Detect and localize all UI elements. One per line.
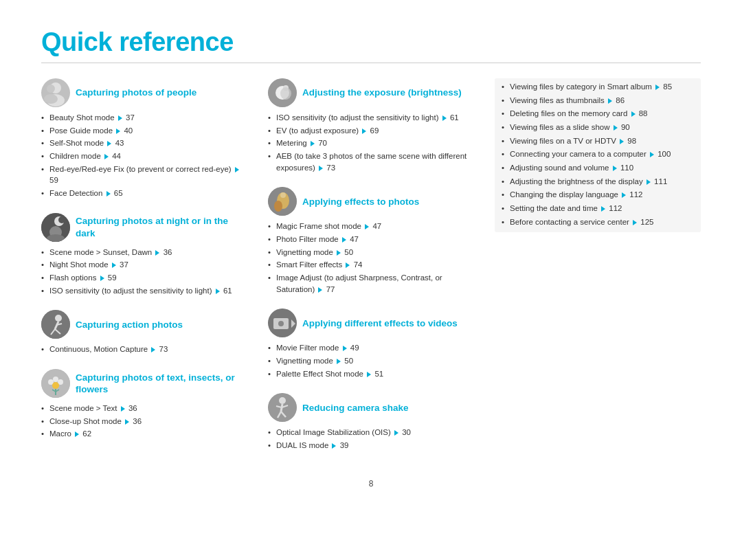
- svg-point-30: [280, 192, 286, 198]
- list-item: ISO sensitivity (to adjust the sensitivi…: [268, 112, 474, 124]
- section-action: Capturing action photos Continuous, Moti…: [41, 310, 247, 357]
- list-item: Optical Image Stabilization (OIS) 30: [268, 427, 474, 438]
- section-effects-list: Magic Frame shot mode 47 Photo Filter mo…: [268, 221, 474, 295]
- list-item: Photo Filter mode 47: [268, 234, 474, 245]
- svg-point-2: [47, 85, 55, 93]
- list-item: Vignetting mode 50: [268, 355, 474, 367]
- svg-point-10: [55, 315, 62, 322]
- arrow-icon: [332, 443, 336, 449]
- section-effects-title: Applying effects to photos: [302, 196, 419, 208]
- svg-point-16: [53, 377, 58, 382]
- arrow-icon: [104, 154, 109, 159]
- list-item: AEB (to take 3 photos of the same scene …: [268, 150, 474, 173]
- arrow-icon: [608, 98, 612, 104]
- page-title: Quick reference: [41, 27, 701, 57]
- arrow-icon: [647, 179, 651, 185]
- arrow-icon: [342, 237, 346, 243]
- svg-point-3: [44, 94, 58, 104]
- arrow-icon: [620, 139, 624, 144]
- section-action-title: Capturing action photos: [76, 319, 183, 331]
- list-item: Movie Filter mode 49: [268, 342, 474, 354]
- svg-point-36: [279, 397, 286, 404]
- list-item: Face Detection 65: [41, 188, 247, 199]
- arrow-icon: [442, 115, 447, 121]
- list-item: Image Adjust (to adjust Sharpness, Contr…: [268, 272, 474, 295]
- section-exposure-list: ISO sensitivity (to adjust the sensitivi…: [268, 112, 474, 173]
- arrow-icon: [601, 206, 605, 212]
- arrow-icon: [107, 141, 111, 146]
- arrow-icon: [365, 224, 369, 229]
- section-people-header: Capturing photos of people: [41, 78, 247, 107]
- section-video-header: Applying different effects to videos: [268, 309, 474, 337]
- list-item: Continuous, Motion Capture 73: [41, 344, 247, 355]
- section-night: Capturing photos at night or in the dark…: [41, 213, 247, 298]
- section-video-list: Movie Filter mode 49 Vignetting mode 50 …: [268, 342, 474, 379]
- content-grid: Capturing photos of people Beauty Shot m…: [41, 78, 701, 465]
- svg-point-34: [278, 321, 284, 326]
- section-people-title: Capturing photos of people: [76, 87, 196, 99]
- list-item: Deleting files on the memory card 88: [502, 108, 694, 120]
- arrow-icon: [633, 220, 637, 225]
- list-item: Macro 62: [41, 428, 247, 440]
- section-shake-title: Reducing camera shake: [302, 402, 409, 414]
- svg-point-19: [52, 382, 59, 389]
- list-item: Scene mode > Sunset, Dawn 36: [41, 247, 247, 258]
- section-video-title: Applying different effects to videos: [302, 317, 458, 330]
- list-item: EV (to adjust exposure) 69: [268, 125, 474, 137]
- arrow-icon: [121, 406, 125, 412]
- arrow-icon: [622, 192, 626, 198]
- section-night-header: Capturing photos at night or in the dark: [41, 213, 247, 242]
- exposure-icon: [268, 78, 297, 107]
- list-item: Viewing files on a TV or HDTV 98: [502, 135, 694, 147]
- arrow-icon: [337, 359, 341, 364]
- shake-icon: [268, 393, 297, 422]
- section-night-title: Capturing photos at night or in the dark: [76, 215, 247, 239]
- right-column-list: Viewing files by category in Smart album…: [495, 78, 701, 232]
- svg-rect-9: [41, 310, 70, 339]
- list-item: Night Shot mode 37: [41, 259, 247, 271]
- arrow-icon: [650, 152, 654, 157]
- section-exposure-title: Adjusting the exposure (brightness): [302, 87, 462, 99]
- svg-point-29: [274, 201, 282, 212]
- arrow-icon: [118, 115, 122, 121]
- arrow-icon: [235, 167, 239, 172]
- arrow-icon: [337, 250, 341, 256]
- list-item: Vignetting mode 50: [268, 247, 474, 258]
- arrow-icon: [112, 262, 116, 268]
- list-item: Smart Filter effects 74: [268, 259, 474, 271]
- svg-point-6: [58, 216, 65, 223]
- list-item: Close-up Shot mode 36: [41, 416, 247, 427]
- list-item: Adjusting the brightness of the display …: [502, 176, 694, 188]
- arrow-icon: [75, 432, 79, 437]
- section-video: Applying different effects to videos Mov…: [268, 309, 474, 381]
- list-item: Palette Effect Shot mode 51: [268, 368, 474, 380]
- section-text-title: Capturing photos of text, insects, or fl…: [76, 372, 247, 396]
- arrow-icon: [346, 262, 350, 268]
- section-text-header: Capturing photos of text, insects, or fl…: [41, 369, 247, 398]
- arrow-icon: [216, 289, 220, 294]
- action-icon: [41, 310, 70, 339]
- arrow-icon: [318, 287, 322, 293]
- list-item: ISO sensitivity (to adjust the sensitivi…: [41, 285, 247, 297]
- list-item: Viewing files as a slide show 90: [502, 122, 694, 133]
- night-icon: [41, 213, 70, 242]
- list-item: Beauty Shot mode 37: [41, 112, 247, 124]
- list-item: Red-eye/Red-eye Fix (to prevent or corre…: [41, 164, 247, 186]
- title-divider: [41, 63, 701, 63]
- arrow-icon: [319, 166, 323, 171]
- list-item: Before contacting a service center 125: [502, 216, 694, 228]
- list-item: Flash options 59: [41, 272, 247, 284]
- arrow-icon: [125, 419, 129, 425]
- list-item: Setting the date and time 112: [502, 203, 694, 214]
- svg-point-26: [280, 87, 291, 100]
- list-item: Magic Frame shot mode 47: [268, 221, 474, 232]
- list-item: Viewing files by category in Smart album…: [502, 81, 694, 93]
- section-text-list: Scene mode > Text 36 Close-up Shot mode …: [41, 403, 247, 440]
- arrow-icon: [362, 128, 366, 134]
- section-exposure-header: Adjusting the exposure (brightness): [268, 78, 474, 107]
- section-shake-header: Reducing camera shake: [268, 393, 474, 422]
- people-icon: [41, 78, 70, 107]
- section-action-header: Capturing action photos: [41, 310, 247, 339]
- section-text: Capturing photos of text, insects, or fl…: [41, 369, 247, 441]
- section-people: Capturing photos of people Beauty Shot m…: [41, 78, 247, 201]
